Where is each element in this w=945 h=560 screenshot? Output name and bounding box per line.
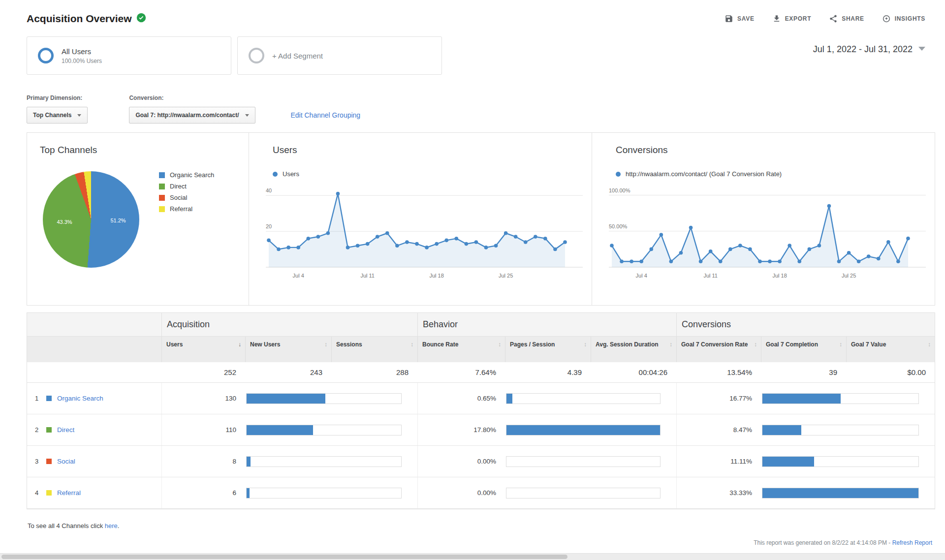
total-pages-session: 4.39 — [505, 362, 591, 382]
segment-card-all-users[interactable]: All Users 100.00% Users — [27, 36, 231, 75]
toolbar-actions: SAVE EXPORT SHARE INSIGHTS — [724, 14, 925, 23]
svg-text:100.00%: 100.00% — [609, 187, 630, 193]
add-segment-label: + Add Segment — [272, 52, 323, 60]
goal-conversion-rate-value: 11.11% — [676, 446, 761, 477]
panel-title: Users — [273, 145, 592, 156]
channel-link[interactable]: Social — [57, 458, 75, 465]
legend-dot — [616, 172, 621, 177]
column-header-bounce-rate[interactable]: Bounce Rate ↕ — [417, 337, 505, 362]
channel-link[interactable]: Direct — [57, 426, 74, 434]
svg-text:Jul 11: Jul 11 — [360, 273, 375, 279]
table-footnote: To see all 4 Channels click here. — [28, 522, 945, 529]
bounce-rate-value: 17.80% — [417, 414, 505, 445]
date-range-selector[interactable]: Jul 1, 2022 - Jul 31, 2022 — [813, 44, 925, 75]
bounce-rate-value: 0.00% — [417, 477, 505, 508]
column-header-sessions[interactable]: Sessions ↕ — [331, 337, 417, 362]
conversion-label: Conversion: — [129, 94, 255, 101]
chevron-down-icon — [918, 47, 925, 51]
users-bar — [245, 477, 417, 508]
users-legend: Users — [273, 170, 592, 178]
table-group-header: Acquisition Behavior Conversions — [27, 313, 935, 337]
users-panel: Users Users 2040Jul 4Jul 11Jul 18Jul 25 — [249, 133, 592, 305]
users-bar — [245, 414, 417, 445]
column-header-new-users[interactable]: New Users ↕ — [245, 337, 331, 362]
sort-icon: ↕ — [928, 341, 931, 349]
save-button[interactable]: SAVE — [724, 14, 755, 23]
svg-text:Jul 4: Jul 4 — [293, 273, 304, 279]
sort-icon: ↕ — [754, 341, 757, 349]
goal-completion-bar — [761, 477, 935, 508]
segment-subtitle: 100.00% Users — [62, 58, 102, 64]
svg-text:40: 40 — [266, 187, 272, 193]
goal-completion-bar — [761, 446, 935, 477]
primary-dimension-label: Primary Dimension: — [27, 94, 88, 101]
caret-down-icon — [245, 114, 249, 117]
svg-text:Jul 25: Jul 25 — [499, 273, 513, 279]
row-rank: 2 — [35, 426, 41, 434]
legend-item: Direct — [159, 183, 214, 190]
total-goal-completions: 39 — [761, 362, 846, 382]
column-header-avg-session-duration[interactable]: Avg. Session Duration ↕ — [591, 337, 676, 362]
table-row: 4 Referral 6 0.00% 33.33% — [27, 477, 935, 509]
channel-link[interactable]: Referral — [57, 489, 81, 497]
total-goal-value: $0.00 — [846, 362, 935, 382]
segment-title: All Users — [62, 47, 102, 56]
group-header-behavior: Behavior — [417, 313, 676, 336]
svg-text:Jul 25: Jul 25 — [842, 273, 856, 279]
charts-panel: Top Channels 51.2% 43.3% Organic Search … — [27, 132, 935, 306]
share-button[interactable]: SHARE — [829, 14, 864, 23]
legend-item: Social — [159, 194, 214, 201]
table-column-header: Users ↓ New Users ↕ Sessions ↕ Bounce Ra… — [27, 337, 935, 362]
insights-button[interactable]: INSIGHTS — [882, 14, 925, 23]
total-avg-session-duration: 00:04:26 — [591, 362, 676, 382]
svg-text:50.00%: 50.00% — [609, 223, 628, 229]
total-new-users: 243 — [245, 362, 331, 382]
legend-swatch — [159, 206, 165, 212]
group-header-acquisition: Acquisition — [161, 313, 417, 336]
legend-swatch — [159, 172, 165, 178]
channel-link[interactable]: Organic Search — [57, 395, 103, 402]
column-header-goal-value[interactable]: Goal 7 Value ↕ — [846, 337, 935, 362]
channels-table: Acquisition Behavior Conversions Users ↓… — [27, 312, 935, 509]
column-header-goal-conversion-rate[interactable]: Goal 7 Conversion Rate ↕ — [676, 337, 761, 362]
primary-dimension-dropdown[interactable]: Top Channels — [27, 107, 88, 124]
legend-swatch — [159, 195, 165, 201]
see-all-channels-link[interactable]: here — [105, 522, 118, 529]
row-rank: 3 — [35, 458, 41, 465]
column-header-goal-completion[interactable]: Goal 7 Completion ↕ — [761, 337, 846, 362]
users-value: 6 — [161, 477, 245, 508]
scrollbar-thumb[interactable] — [1, 555, 567, 559]
edit-channel-grouping-link[interactable]: Edit Channel Grouping — [291, 111, 361, 119]
total-users: 252 — [161, 362, 245, 382]
acquisition-overview-page: Acquisition Overview SAVE EXPORT SHARE I… — [0, 0, 945, 560]
page-title: Acquisition Overview — [27, 13, 132, 25]
pie-slice-label: 51.2% — [110, 218, 126, 223]
group-header-conversions: Conversions — [676, 313, 935, 336]
bounce-rate-bar — [505, 383, 676, 414]
sort-icon: ↕ — [669, 341, 672, 349]
conversions-panel: Conversions http://nwaalarm.com/contact/… — [592, 133, 935, 305]
sort-icon: ↕ — [498, 341, 501, 349]
add-segment-card[interactable]: + Add Segment — [237, 36, 442, 75]
table-row: 1 Organic Search 130 0.65% 16.77% — [27, 383, 935, 414]
panel-title: Conversions — [616, 145, 935, 156]
refresh-report-link[interactable]: Refresh Report — [892, 539, 932, 546]
segments-row: All Users 100.00% Users + Add Segment Ju… — [0, 25, 945, 75]
conversion-goal-dropdown[interactable]: Goal 7: http://nwaalarm.com/contact/ — [129, 107, 255, 124]
horizontal-scrollbar[interactable] — [0, 553, 945, 560]
conversions-legend: http://nwaalarm.com/contact/ (Goal 7 Con… — [616, 170, 935, 178]
legend-swatch — [159, 184, 165, 189]
svg-text:Jul 18: Jul 18 — [429, 273, 443, 279]
bounce-rate-value: 0.00% — [417, 446, 505, 477]
bounce-rate-bar — [505, 446, 676, 477]
column-header-users[interactable]: Users ↓ — [161, 337, 245, 362]
channel-color-swatch — [46, 459, 52, 464]
top-bar: Acquisition Overview SAVE EXPORT SHARE I… — [0, 0, 945, 25]
goal-completion-bar — [761, 414, 935, 445]
svg-text:Jul 4: Jul 4 — [636, 273, 647, 279]
users-bar — [245, 446, 417, 477]
legend-dot — [273, 172, 278, 177]
row-rank: 4 — [35, 489, 41, 497]
export-button[interactable]: EXPORT — [772, 14, 812, 23]
column-header-pages-session[interactable]: Pages / Session ↕ — [505, 337, 591, 362]
